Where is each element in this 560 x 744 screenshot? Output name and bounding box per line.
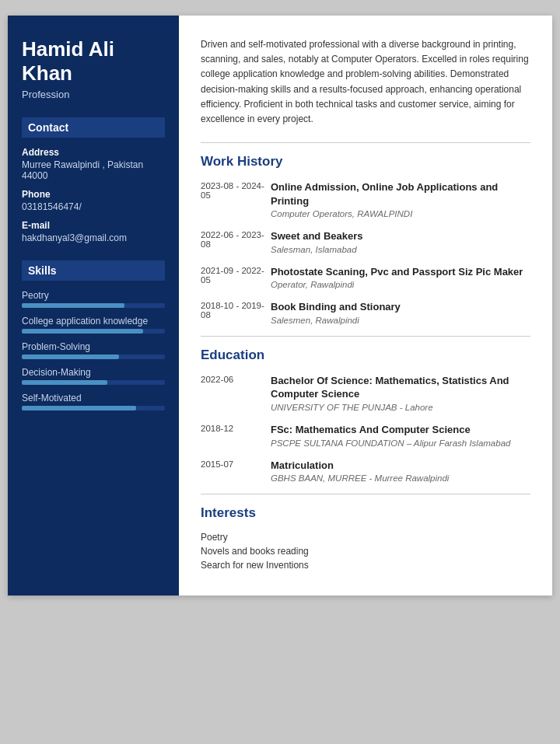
phone-label: Phone — [22, 189, 165, 200]
education-entry-details: Bachelor Of Science: Mathematics, Statis… — [271, 374, 530, 412]
education-entry-subtitle: GBHS BAAN, MURREE - Murree Rawalpindi — [271, 473, 530, 483]
education-entry-title: Matriculation — [271, 459, 530, 473]
work-entry-details: Sweet and Beakers Salesman, Islamabad — [271, 229, 530, 254]
skill-name: Self-Motivated — [22, 393, 165, 403]
education-entry-details: Matriculation GBHS BAAN, MURREE - Murree… — [271, 459, 530, 484]
work-entry-date: 2023-08 - 2024-05 — [201, 180, 271, 218]
skill-name: Problem-Solving — [22, 341, 165, 352]
skill-item: Problem-Solving — [22, 341, 165, 359]
interest-item: Search for new Inventions — [201, 560, 530, 571]
main-content: Driven and self-motivated professional w… — [179, 16, 552, 596]
work-entry-details: Online Admission, Online Job Application… — [271, 180, 530, 218]
education-entry-date: 2022-06 — [201, 374, 271, 412]
work-entry-row: 2018-10 - 2019-08 Book Binding and Stion… — [201, 300, 530, 325]
interests-list: PoetryNovels and books readingSearch for… — [201, 532, 530, 571]
address-label: Address — [22, 147, 165, 158]
skill-bar-background — [22, 355, 165, 359]
skill-name: College application knowledge — [22, 316, 165, 327]
sidebar: Hamid Ali Khan Profession Contact Addres… — [8, 16, 179, 596]
work-entry-title: Book Binding and Stionary — [271, 300, 530, 314]
interests-divider — [201, 494, 530, 494]
education-entry-subtitle: PSCPE SULTANA FOUNDATION – Alipur Farash… — [271, 438, 530, 448]
skill-bar-background — [22, 329, 165, 334]
skill-item: Decision-Making — [22, 367, 165, 385]
email-value: hakdhanyal3@gmail.com — [22, 232, 165, 243]
work-entry-title: Photostate Scaning, Pvc and Passport Siz… — [271, 265, 530, 279]
work-entry-row: 2023-08 - 2024-05 Online Admission, Onli… — [201, 180, 530, 218]
skill-item: Self-Motivated — [22, 393, 165, 410]
email-label: E-mail — [22, 220, 165, 231]
interest-item: Novels and books reading — [201, 546, 530, 557]
resume-container: Hamid Ali Khan Profession Contact Addres… — [8, 16, 552, 596]
work-entry-details: Book Binding and Stionary Salesmen, Rawa… — [271, 300, 530, 325]
skill-name: Decision-Making — [22, 367, 165, 378]
skill-item: College application knowledge — [22, 316, 165, 334]
education-entry-title: FSc: Mathematics And Computer Science — [271, 423, 530, 437]
work-entry-date: 2021-09 - 2022-05 — [201, 265, 271, 290]
education-entry-subtitle: UNIVERSITY OF THE PUNJAB - Lahore — [271, 403, 530, 412]
work-entry-details: Photostate Scaning, Pvc and Passport Siz… — [271, 265, 530, 290]
skills-section: Skills Peotry College application knowle… — [22, 260, 165, 410]
work-entry-subtitle: Salesman, Islamabad — [271, 245, 530, 254]
interest-item: Poetry — [201, 532, 530, 543]
education-entry-row: 2015-07 Matriculation GBHS BAAN, MURREE … — [201, 459, 530, 484]
skill-bar-fill — [22, 380, 107, 385]
address-value: Murree Rawalpindi , Pakistan 44000 — [22, 159, 165, 181]
education-entry-date: 2015-07 — [201, 459, 271, 484]
work-entry-row: 2022-06 - 2023-08 Sweet and Beakers Sale… — [201, 229, 530, 254]
phone-value: 03181546474/ — [22, 201, 165, 212]
skill-bar-background — [22, 303, 165, 308]
skill-bar-fill — [22, 406, 136, 410]
education-entry-date: 2018-12 — [201, 423, 271, 448]
skill-bar-background — [22, 380, 165, 385]
work-entry-date: 2018-10 - 2019-08 — [201, 300, 271, 325]
education-heading: Education — [201, 348, 530, 363]
education-entry-title: Bachelor Of Science: Mathematics, Statis… — [271, 374, 530, 401]
contact-section-title: Contact — [22, 117, 165, 138]
education-divider — [201, 336, 530, 337]
education-entries: 2022-06 Bachelor Of Science: Mathematics… — [201, 374, 530, 483]
interests-heading: Interests — [201, 505, 530, 521]
candidate-name: Hamid Ali Khan — [22, 37, 165, 86]
work-entry-title: Sweet and Beakers — [271, 229, 530, 243]
skill-name: Peotry — [22, 290, 165, 301]
education-entry-row: 2018-12 FSc: Mathematics And Computer Sc… — [201, 423, 530, 448]
skills-section-title: Skills — [22, 260, 165, 281]
work-entries: 2023-08 - 2024-05 Online Admission, Onli… — [201, 180, 530, 325]
work-entry-subtitle: Operator, Rawalpindi — [271, 280, 530, 289]
work-history-heading: Work History — [201, 154, 530, 169]
education-entry-details: FSc: Mathematics And Computer Science PS… — [271, 423, 530, 448]
skill-bar-fill — [22, 329, 143, 334]
candidate-profession: Profession — [22, 89, 165, 100]
education-entry-row: 2022-06 Bachelor Of Science: Mathematics… — [201, 374, 530, 412]
skill-bar-fill — [22, 355, 119, 359]
skill-bar-fill — [22, 303, 124, 308]
skill-bar-background — [22, 406, 165, 410]
work-entry-subtitle: Salesmen, Rawalpindi — [271, 316, 530, 325]
work-entry-title: Online Admission, Online Job Application… — [271, 180, 530, 208]
work-entry-subtitle: Computer Operators, RAWALPINDI — [271, 209, 530, 218]
skill-item: Peotry — [22, 290, 165, 308]
skills-list: Peotry College application knowledge Pro… — [22, 290, 165, 410]
summary-text: Driven and self-motivated professional w… — [201, 37, 530, 127]
work-divider — [201, 142, 530, 143]
work-entry-row: 2021-09 - 2022-05 Photostate Scaning, Pv… — [201, 265, 530, 290]
work-entry-date: 2022-06 - 2023-08 — [201, 229, 271, 254]
